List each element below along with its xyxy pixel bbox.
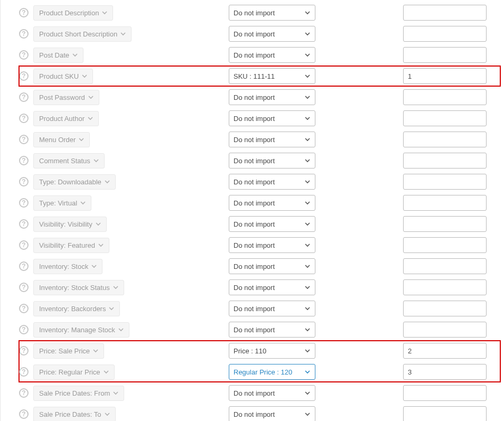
mapping-value-input[interactable] (403, 5, 487, 21)
mapping-value-input[interactable] (403, 195, 487, 211)
field-label-toggle[interactable]: Product Short Description (33, 26, 132, 42)
mapping-select[interactable]: SKU : 111-11 (229, 68, 315, 84)
help-icon[interactable]: ? (19, 198, 29, 208)
field-label-text: Type: Virtual (39, 199, 77, 207)
mapping-select-value: Do not import (234, 199, 275, 207)
mapping-value-input[interactable] (403, 322, 487, 338)
help-icon[interactable]: ? (19, 50, 29, 60)
field-label-toggle[interactable]: Sale Price Dates: To (33, 407, 116, 422)
help-icon[interactable]: ? (19, 29, 29, 39)
mapping-value-input[interactable] (403, 174, 487, 190)
help-icon[interactable]: ? (19, 261, 29, 271)
mapping-value-input[interactable] (403, 385, 487, 401)
mapping-value-input[interactable] (403, 343, 487, 359)
help-icon[interactable]: ? (19, 114, 29, 123)
mapping-select[interactable]: Do not import (229, 385, 315, 401)
mapping-value-input[interactable] (403, 258, 487, 274)
field-label-toggle[interactable]: Type: Virtual (33, 195, 91, 211)
help-icon[interactable]: ? (19, 283, 29, 292)
select-col: Do not import (229, 195, 403, 211)
field-label-toggle[interactable]: Price: Sale Price (33, 343, 104, 359)
mapping-value-input[interactable] (403, 406, 487, 421)
mapping-select[interactable]: Price : 110 (229, 343, 315, 359)
field-label-toggle[interactable]: Menu Order (33, 132, 90, 147)
chevron-down-icon (96, 221, 101, 227)
mapping-value-input[interactable] (403, 110, 487, 126)
mapping-select[interactable]: Do not import (229, 195, 315, 211)
mapping-select[interactable]: Do not import (229, 258, 315, 274)
mapping-value-input[interactable] (403, 47, 487, 63)
field-label-toggle[interactable]: Inventory: Stock (33, 259, 102, 274)
help-icon[interactable]: ? (19, 367, 29, 377)
help-icon[interactable]: ? (19, 388, 29, 398)
mapping-value-input[interactable] (403, 26, 487, 42)
input-col (403, 258, 487, 274)
field-label-text: Comment Status (39, 157, 90, 165)
mapping-select[interactable]: Do not import (229, 216, 315, 232)
field-label-text: Sale Price Dates: From (39, 389, 110, 397)
chevron-down-icon (304, 242, 311, 248)
mapping-select[interactable]: Do not import (229, 110, 315, 126)
field-label-toggle[interactable]: Product Description (33, 5, 113, 21)
mapping-select-value: Do not import (234, 263, 275, 270)
field-label-toggle[interactable]: Product SKU (33, 69, 93, 84)
help-icon[interactable]: ? (19, 177, 29, 186)
help-icon[interactable]: ? (19, 135, 29, 144)
mapping-select[interactable]: Do not import (229, 301, 315, 316)
field-label-toggle[interactable]: Post Date (33, 48, 83, 63)
mapping-value-input[interactable] (403, 132, 487, 147)
field-label-toggle[interactable]: Inventory: Backorders (33, 301, 120, 316)
help-icon[interactable]: ? (19, 8, 29, 17)
mapping-select[interactable]: Do not import (229, 406, 315, 421)
field-label-toggle[interactable]: Price: Regular Price (33, 364, 115, 380)
mapping-select[interactable]: Do not import (229, 132, 315, 147)
help-icon[interactable]: ? (19, 156, 29, 165)
mapping-value-input[interactable] (403, 301, 487, 316)
help-icon[interactable]: ? (19, 219, 29, 229)
mapping-value-input[interactable] (403, 89, 487, 105)
input-col (403, 364, 487, 380)
mapping-select[interactable]: Do not import (229, 47, 315, 63)
mapping-select[interactable]: Do not import (229, 322, 315, 338)
chevron-down-icon (304, 305, 311, 312)
mapping-select[interactable]: Do not import (229, 279, 315, 295)
field-label-toggle[interactable]: Inventory: Manage Stock (33, 322, 129, 338)
mapping-value-input[interactable] (403, 237, 487, 253)
help-icon[interactable]: ? (19, 409, 29, 419)
mapping-select[interactable]: Regular Price : 120 (229, 364, 315, 380)
mapping-select[interactable]: Do not import (229, 26, 315, 42)
mapping-select-value: Do not import (234, 220, 275, 228)
mapping-select-value: Regular Price : 120 (234, 368, 292, 376)
field-label-toggle[interactable]: Visibility: Featured (33, 238, 109, 253)
help-col: ? (14, 388, 33, 398)
mapping-value-input[interactable] (403, 364, 487, 380)
mapping-select[interactable]: Do not import (229, 174, 315, 190)
mapping-value-input[interactable] (403, 68, 487, 84)
help-icon[interactable]: ? (19, 71, 29, 81)
chevron-down-icon (118, 327, 124, 332)
field-label-text: Product SKU (39, 72, 79, 80)
field-label-toggle[interactable]: Type: Downloadable (33, 174, 116, 190)
help-icon[interactable]: ? (19, 304, 29, 313)
help-icon[interactable]: ? (19, 92, 29, 102)
select-col: Do not import (229, 279, 403, 295)
field-label-toggle[interactable]: Inventory: Stock Status (33, 280, 124, 295)
select-col: Do not import (229, 26, 403, 42)
mapping-value-input[interactable] (403, 279, 487, 295)
mapping-value-input[interactable] (403, 153, 487, 169)
field-label-toggle[interactable]: Sale Price Dates: From (33, 386, 124, 401)
mapping-select[interactable]: Do not import (229, 237, 315, 253)
field-label-toggle[interactable]: Post Password (33, 90, 99, 105)
mapping-select[interactable]: Do not import (229, 153, 315, 169)
help-icon[interactable]: ? (19, 325, 29, 334)
mapping-select[interactable]: Do not import (229, 5, 315, 21)
mapping-select[interactable]: Do not import (229, 89, 315, 105)
help-icon[interactable]: ? (19, 346, 29, 355)
field-label-toggle[interactable]: Visibility: Visibility (33, 217, 107, 232)
field-label-toggle[interactable]: Comment Status (33, 153, 105, 169)
mapping-value-input[interactable] (403, 216, 487, 232)
input-col (403, 174, 487, 190)
help-icon[interactable]: ? (19, 240, 29, 250)
label-col: Post Date (33, 48, 229, 63)
field-label-toggle[interactable]: Product Author (33, 111, 99, 126)
